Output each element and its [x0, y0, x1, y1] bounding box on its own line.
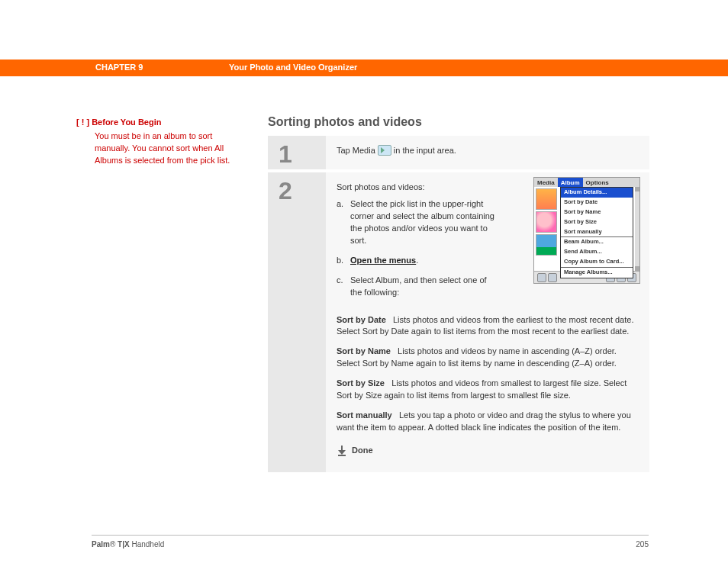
substep-letter: a.	[337, 198, 350, 247]
menu-item-sort-date[interactable]: Sort by Date	[561, 198, 633, 208]
footer-suffix: Handheld	[130, 540, 165, 549]
step-1-text-pre: Tap Media	[337, 146, 378, 155]
header-bar: CHAPTER 9 Your Photo and Video Organizer	[0, 60, 728, 76]
page-number: 205	[636, 540, 649, 549]
sort-by-size-desc: Sort by Size Lists photos and videos fro…	[337, 378, 639, 402]
footer-rule	[92, 535, 649, 536]
menu-item-copy-album[interactable]: Copy Album to Card...	[561, 257, 633, 267]
footer-product: Palm® T|X Handheld	[92, 540, 164, 549]
sort-by-name-label: Sort by Name	[337, 346, 391, 355]
menu-item-sort-size[interactable]: Sort by Size	[561, 217, 633, 227]
open-menus-link[interactable]: Open the menus	[350, 256, 416, 265]
thumb-3[interactable]	[536, 234, 557, 256]
before-you-begin-note: [ ! ] Before You Begin You must be in an…	[76, 117, 240, 167]
footer-model: T|X	[115, 540, 129, 549]
palm-view-icons	[537, 273, 557, 282]
substep-b-after: .	[416, 256, 418, 265]
palm-menu-album[interactable]: Album	[558, 178, 583, 187]
substep-a-text: Select the pick list in the upper-right …	[350, 198, 497, 247]
substep-c: c. Select Album, and then select one of …	[337, 275, 497, 299]
substep-c-text: Select Album, and then select one of the…	[350, 275, 497, 299]
palm-menu-options[interactable]: Options	[583, 178, 612, 187]
step-number-cell: 1	[268, 136, 326, 169]
step-1-text-post: in the input area.	[391, 146, 456, 155]
done-row: Done	[337, 445, 639, 457]
sort-by-date-desc: Sort by Date Lists photos and videos fro…	[337, 314, 639, 339]
menu-item-manage-albums[interactable]: Manage Albums...	[561, 267, 633, 278]
substeps-list: a. Select the pick list in the upper-rig…	[337, 198, 497, 299]
palm-thumbnails	[536, 188, 559, 257]
substep-b: b. Open the menus.	[337, 255, 497, 267]
step-number: 2	[279, 179, 292, 203]
sort-by-date-label: Sort by Date	[337, 315, 386, 324]
chapter-title: Your Photo and Video Organizer	[229, 63, 357, 72]
palm-album-menu: Album Details... Sort by Date Sort by Na…	[560, 187, 633, 278]
done-arrow-icon	[337, 446, 347, 456]
menu-item-sort-manually[interactable]: Sort manually	[561, 227, 633, 237]
thumb-2[interactable]	[536, 211, 557, 233]
footer-brand: Palm	[92, 540, 110, 549]
substep-b-text: Open the menus.	[350, 255, 497, 267]
warning-marker: [ ! ]	[76, 117, 89, 127]
thumb-1[interactable]	[536, 188, 557, 210]
steps-container: 1 Tap Media in the input area. 2 Sort ph…	[268, 136, 649, 475]
done-label: Done	[352, 445, 373, 457]
step-number: 1	[279, 142, 292, 166]
sort-by-size-label: Sort by Size	[337, 378, 385, 388]
list-view-icon[interactable]	[548, 273, 557, 282]
palm-menu-media[interactable]: Media	[534, 178, 558, 187]
step-2-body: Sort photos and videos: a. Select the pi…	[326, 172, 649, 472]
palm-screenshot: Media Album Options Album Details... Sor…	[533, 177, 640, 284]
chapter-label: CHAPTER 9	[95, 63, 143, 72]
before-you-begin-title: Before You Begin	[92, 117, 161, 127]
sort-manually-label: Sort manually	[337, 410, 392, 420]
substep-letter: c.	[337, 275, 350, 299]
step-number-cell: 2	[268, 172, 326, 472]
step-1: 1 Tap Media in the input area.	[268, 136, 649, 169]
step-2: 2 Sort photos and videos: a. Select the …	[268, 172, 649, 472]
sort-manually-desc: Sort manually Lets you tap a photo or vi…	[337, 410, 639, 434]
menu-item-beam-album[interactable]: Beam Album...	[561, 236, 633, 247]
section-title: Sorting photos and videos	[268, 115, 422, 129]
grid-view-icon[interactable]	[537, 273, 546, 282]
media-icon	[378, 145, 391, 156]
palm-menubar: Media Album Options	[534, 178, 639, 187]
substep-a: a. Select the pick list in the upper-rig…	[337, 198, 497, 247]
menu-item-album-details[interactable]: Album Details...	[561, 188, 633, 198]
before-you-begin-body: You must be in an album to sort manually…	[95, 130, 240, 167]
palm-scrollbar[interactable]	[635, 187, 639, 271]
menu-item-send-album[interactable]: Send Album...	[561, 247, 633, 257]
step-1-body: Tap Media in the input area.	[326, 136, 649, 169]
sort-by-name-desc: Sort by Name Lists photos and videos by …	[337, 346, 639, 370]
menu-item-sort-name[interactable]: Sort by Name	[561, 208, 633, 217]
substep-letter: b.	[337, 255, 350, 267]
